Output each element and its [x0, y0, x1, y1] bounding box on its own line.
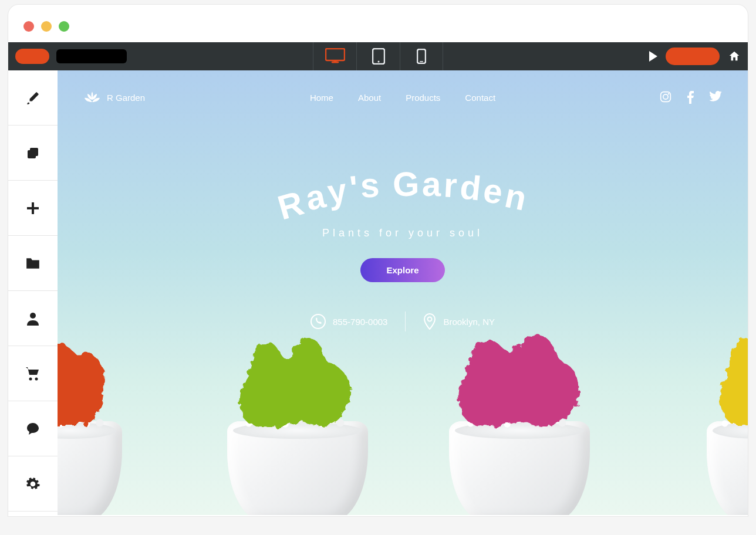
device-switcher [313, 42, 443, 70]
minimize-window-dot[interactable] [41, 21, 52, 32]
layers-icon [26, 146, 40, 160]
left-sidebar [8, 70, 58, 515]
facebook-icon[interactable] [687, 91, 694, 104]
editor-toolbar [8, 42, 748, 70]
nav-links: Home About Products Contact [310, 93, 495, 103]
browser-window: R Garden Home About Products Contact Ray… [8, 5, 748, 516]
nav-about[interactable]: About [358, 93, 381, 103]
plant-orange [58, 337, 122, 515]
svg-rect-8 [30, 148, 38, 156]
nav-contact[interactable]: Contact [465, 93, 495, 103]
site-navbar: R Garden Home About Products Contact [58, 70, 748, 104]
desktop-icon [325, 48, 345, 65]
editor-main: R Garden Home About Products Contact Ray… [8, 70, 748, 515]
phone-icon [417, 49, 426, 64]
social-links [660, 91, 722, 104]
svg-rect-2 [334, 60, 336, 62]
svg-point-11 [30, 313, 36, 319]
home-icon [728, 50, 741, 63]
close-window-dot[interactable] [23, 21, 34, 32]
plants-row [58, 321, 748, 515]
maximize-window-dot[interactable] [59, 21, 69, 32]
plus-icon [26, 201, 40, 215]
brush-icon [25, 90, 41, 106]
svg-point-16 [668, 93, 670, 95]
sidebar-store-button[interactable] [8, 346, 58, 401]
desktop-device-button[interactable] [313, 42, 356, 70]
toolbar-right [649, 48, 741, 65]
site-brand[interactable]: R Garden [83, 90, 145, 104]
sidebar-pages-button[interactable] [8, 126, 58, 181]
lotus-icon [83, 90, 101, 104]
sidebar-add-button[interactable] [8, 181, 58, 236]
instagram-icon[interactable] [660, 91, 671, 103]
plant-yellow [707, 331, 748, 515]
sidebar-account-button[interactable] [8, 291, 58, 346]
sidebar-chat-button[interactable] [8, 401, 58, 456]
tablet-device-button[interactable] [356, 42, 400, 70]
sidebar-settings-button[interactable] [8, 456, 58, 512]
nav-products[interactable]: Products [406, 93, 440, 103]
site-preview-canvas[interactable]: R Garden Home About Products Contact Ray… [58, 70, 748, 515]
svg-rect-6 [420, 61, 423, 62]
nav-home[interactable]: Home [310, 93, 333, 103]
window-controls [8, 5, 748, 42]
sidebar-media-button[interactable] [8, 236, 58, 291]
hero-title[interactable]: Ray's Garden [58, 169, 748, 208]
explore-button[interactable]: Explore [360, 258, 444, 282]
folder-icon [25, 257, 41, 270]
person-icon [26, 311, 39, 326]
tablet-icon [372, 48, 385, 65]
toolbar-title-chip[interactable] [56, 49, 127, 63]
toolbar-badge[interactable] [15, 49, 49, 64]
cart-icon [25, 367, 41, 381]
brand-text: R Garden [107, 93, 145, 103]
svg-point-13 [35, 377, 38, 380]
svg-point-18 [428, 317, 432, 321]
sidebar-design-button[interactable] [8, 70, 58, 126]
chat-icon [26, 422, 40, 436]
gear-icon [25, 476, 41, 492]
plant-pink [449, 328, 590, 515]
publish-button[interactable] [666, 48, 720, 65]
preview-play-button[interactable] [649, 51, 657, 62]
svg-rect-0 [326, 49, 345, 60]
phone-device-button[interactable] [400, 42, 443, 70]
twitter-icon[interactable] [709, 91, 722, 101]
plant-green [227, 331, 368, 515]
hero-subtitle[interactable]: Plants for your soul [58, 227, 748, 239]
home-button[interactable] [728, 50, 741, 63]
svg-point-4 [377, 61, 379, 63]
svg-point-15 [663, 94, 668, 99]
svg-point-12 [29, 377, 32, 380]
hero-section: Ray's Garden Plants for your soul Explor… [58, 169, 748, 331]
svg-rect-10 [27, 207, 39, 209]
